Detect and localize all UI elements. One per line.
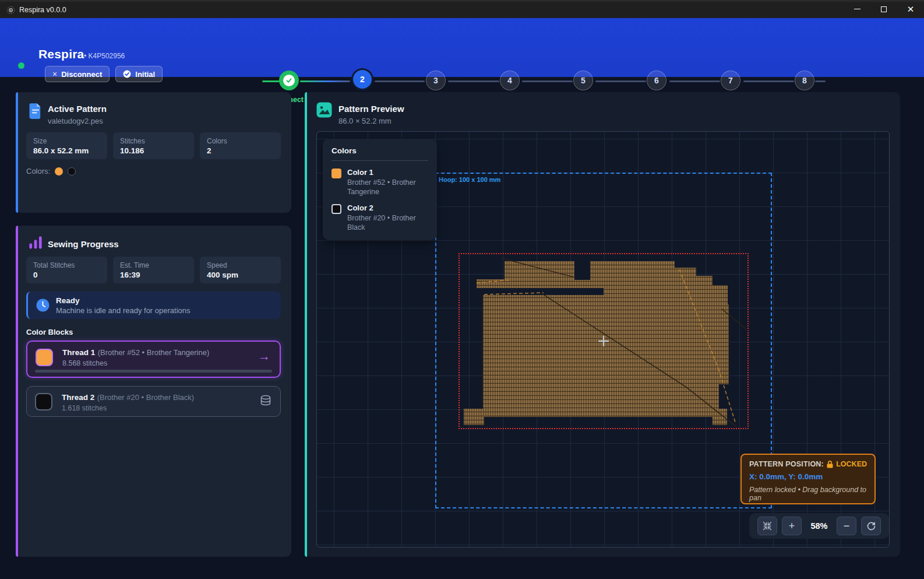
stat-colors: Colors 2	[200, 132, 281, 159]
card-title: Active Pattern	[48, 104, 107, 114]
color-swatch-1	[55, 167, 63, 176]
stitch-pattern[interactable]	[459, 253, 749, 429]
plus-icon: +	[789, 520, 795, 532]
thread-block-2[interactable]: Thread 2 (Brother #20 • Brother Black) 1…	[26, 386, 281, 417]
close-icon: ✕	[907, 5, 915, 13]
disconnect-label: Disconnect	[61, 70, 102, 79]
color-swatch-2	[68, 167, 76, 176]
color-blocks-heading: Color Blocks	[26, 328, 73, 336]
minus-icon: −	[844, 520, 850, 532]
legend-name: Color 2	[347, 203, 428, 212]
brand-title: Respira	[38, 47, 84, 61]
card-accent-edge	[16, 92, 18, 213]
window-title: Respira v0.0.0	[19, 6, 66, 14]
colors-legend-panel: Colors Color 1 Brother #52 • Brother Tan…	[323, 139, 437, 240]
step-circle: 3	[426, 71, 446, 90]
stat-est-time: Est. Time 16:39	[113, 257, 194, 283]
lock-icon	[827, 461, 833, 468]
disconnect-button[interactable]: × Disconnect	[45, 66, 110, 82]
thread-name: Thread 2	[62, 393, 94, 402]
layers-icon	[260, 395, 271, 406]
step-circle: 8	[795, 71, 814, 90]
legend-swatch-1	[331, 169, 341, 178]
initial-label: Initial	[135, 70, 155, 79]
minimize-icon	[854, 9, 860, 10]
legend-entry-color-2: Color 2 Brother #20 • Brother Black	[331, 203, 428, 232]
status-description: Machine is idle and ready for operations	[56, 306, 191, 315]
colors-legend-title: Colors	[331, 146, 428, 161]
reset-view-button[interactable]	[861, 517, 881, 535]
sewing-progress-card: Sewing Progress Total Stitches 0 Est. Ti…	[16, 226, 291, 557]
colors-label: Colors:	[26, 167, 50, 176]
thread-stitch-count: 1.618 stitches	[62, 404, 194, 412]
legend-detail: Brother #52 • Brother Tangerine	[347, 178, 426, 196]
serial-value: K4P502956	[89, 52, 125, 60]
pattern-preview-card: Pattern Preview 86.0 × 52.2 mm Hoop: 100…	[305, 92, 900, 557]
app-window: Respira v0.0.0 ✕ Respira • K4P502956 × D…	[0, 0, 924, 579]
legend-swatch-2	[331, 204, 341, 214]
thread-1-swatch	[36, 349, 53, 366]
serial-separator: •	[84, 52, 86, 60]
legend-detail: Brother #20 • Brother Black	[347, 214, 428, 232]
reset-view-icon	[866, 521, 876, 531]
step-circle	[279, 71, 299, 90]
thread-progress-track	[35, 370, 272, 373]
arrow-right-icon: →	[258, 349, 270, 363]
initial-button[interactable]: Initial	[115, 66, 163, 82]
thread-name: Thread 1	[62, 348, 95, 357]
thread-detail: (Brother #20 • Brother Black)	[97, 393, 194, 402]
check-icon	[285, 77, 292, 84]
card-accent-edge	[16, 226, 18, 557]
connection-status-dot	[18, 62, 24, 69]
zoom-toolbar: + 58% −	[749, 513, 889, 539]
legend-entry-color-1: Color 1 Brother #52 • Brother Tangerine	[331, 168, 428, 196]
pattern-dimensions: 86.0 × 52.2 mm	[338, 117, 392, 125]
close-button[interactable]: ✕	[897, 0, 924, 18]
stat-size: Size 86.0 x 52.2 mm	[26, 132, 107, 159]
position-coordinates: X: 0.0mm, Y: 0.0mm	[749, 472, 867, 481]
preview-canvas[interactable]: Hoop: 100 x 100 mm	[316, 131, 890, 548]
stat-stitches: Stitches 10.186	[113, 132, 194, 159]
zoom-level: 58%	[806, 521, 832, 531]
image-icon	[316, 102, 332, 118]
legend-name: Color 1	[347, 168, 426, 177]
thread-detail: (Brother #52 • Brother Tangerine)	[98, 348, 209, 357]
stat-speed: Speed 400 spm	[200, 257, 281, 283]
step-circle: 4	[500, 71, 520, 90]
pattern-filename: valetudogv2.pes	[48, 117, 103, 125]
zoom-out-button[interactable]: −	[837, 517, 856, 535]
thread-2-swatch	[35, 393, 52, 410]
maximize-button[interactable]	[870, 0, 897, 18]
fit-view-button[interactable]	[757, 517, 777, 535]
check-circle-icon	[123, 70, 131, 78]
step-circle: 7	[721, 71, 740, 90]
card-title: Pattern Preview	[338, 104, 404, 114]
thread-block-1[interactable]: Thread 1 (Brother #52 • Brother Tangerin…	[26, 341, 281, 378]
card-accent-edge	[305, 92, 307, 557]
fit-view-icon	[763, 521, 772, 531]
titlebar: Respira v0.0.0 ✕	[0, 0, 924, 18]
machine-serial: • K4P502956	[84, 52, 125, 60]
position-hint: Pattern locked • Drag background to pan	[749, 486, 867, 502]
pattern-position-overlay: PATTERN POSITION: LOCKED X: 0.0mm, Y: 0.…	[740, 454, 876, 504]
file-icon	[29, 103, 43, 119]
bar-chart-icon	[29, 235, 43, 250]
minimize-button[interactable]	[844, 0, 870, 18]
active-pattern-card: Active Pattern valetudogv2.pes Size 86.0…	[16, 92, 291, 213]
card-title: Sewing Progress	[48, 239, 119, 249]
hoop-label: Hoop: 100 x 100 mm	[439, 176, 500, 183]
stat-total-stitches: Total Stitches 0	[26, 257, 107, 283]
clock-icon	[36, 299, 50, 312]
machine-status-banner: Ready Machine is idle and ready for oper…	[26, 292, 281, 319]
step-circle: 5	[573, 71, 593, 90]
zoom-in-button[interactable]: +	[782, 517, 802, 535]
step-circle: 6	[647, 71, 666, 90]
close-x-icon: ×	[52, 69, 57, 79]
app-icon	[6, 6, 15, 15]
step-circle: 2	[351, 68, 373, 90]
maximize-icon	[881, 6, 887, 12]
status-title: Ready	[56, 296, 80, 305]
thread-stitch-count: 8.568 stitches	[62, 359, 209, 367]
lock-status-label: LOCKED	[836, 460, 867, 468]
lock-status-badge: LOCKED	[827, 460, 867, 468]
